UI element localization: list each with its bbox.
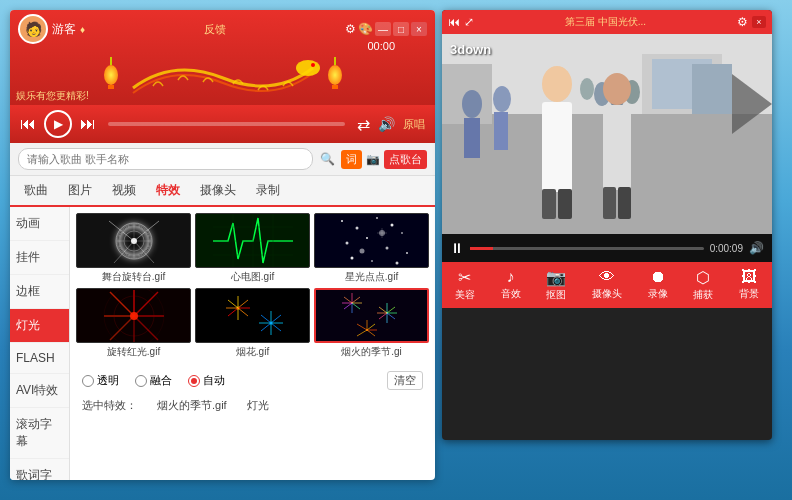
sidebar-lyric[interactable]: 歌词字幕 — [10, 459, 69, 480]
svg-line-38 — [110, 316, 134, 340]
radio-label-auto: 自动 — [203, 373, 225, 388]
svg-line-61 — [261, 315, 271, 323]
vid-tab-bg[interactable]: 🖼 背景 — [735, 266, 763, 304]
vid-tab-camera[interactable]: 👁 摄像头 — [588, 266, 626, 304]
svg-line-40 — [110, 292, 134, 316]
sidebar-avi[interactable]: AVI特效 — [10, 374, 69, 408]
vid-tab-beauty[interactable]: ✂ 美容 — [451, 266, 479, 304]
feedback-btn[interactable]: 反馈 — [204, 22, 226, 37]
svg-line-48 — [238, 308, 248, 316]
selected-info: 选中特效： 烟火的季节.gif 灯光 — [76, 394, 429, 417]
svg-line-52 — [228, 300, 238, 308]
video-scene: 3down — [442, 34, 772, 234]
effect-thumb-ecg — [195, 213, 310, 268]
tab-videos[interactable]: 视频 — [102, 176, 146, 205]
volume-btn[interactable]: 🔊 — [378, 116, 395, 132]
search-btn[interactable]: 🔍 — [317, 149, 337, 169]
radio-auto[interactable]: 自动 — [188, 373, 225, 388]
next-btn[interactable]: ⏭ — [80, 115, 96, 133]
effect-label-season: 烟火的季节.gi — [314, 345, 429, 359]
vid-progress-fill — [470, 247, 493, 250]
stage-svg — [94, 213, 174, 268]
effect-item-stars[interactable]: 星光点点.gif — [314, 213, 429, 284]
time-display: 00:00 — [367, 40, 395, 52]
svg-point-1 — [311, 63, 315, 67]
prev-btn[interactable]: ⏮ — [20, 115, 36, 133]
sidebar-pendant[interactable]: 挂件 — [10, 241, 69, 275]
effect-thumb-season — [314, 288, 429, 343]
effect-item-stage[interactable]: 舞台旋转台.gif — [76, 213, 191, 284]
svg-point-26 — [350, 257, 353, 260]
svg-point-3 — [124, 231, 144, 251]
svg-point-25 — [406, 252, 408, 254]
tab-songs[interactable]: 歌曲 — [14, 176, 58, 205]
video-watermark: 3down — [450, 42, 491, 57]
svg-rect-104 — [603, 187, 616, 219]
minimize-btn[interactable]: — — [375, 22, 391, 36]
video-display: 3down — [442, 34, 772, 234]
effect-item-firework[interactable]: 烟花.gif — [195, 288, 310, 359]
svg-point-28 — [395, 262, 398, 265]
radio-transparent[interactable]: 透明 — [82, 373, 119, 388]
effect-item-ecg[interactable]: 心电图.gif — [195, 213, 310, 284]
vid-tab-capture[interactable]: ⬡ 捕获 — [689, 266, 717, 304]
lyric-btn[interactable]: 词 — [341, 150, 362, 169]
tab-effects[interactable]: 特效 — [146, 176, 190, 205]
close-btn[interactable]: × — [411, 22, 427, 36]
dragon-decoration: 娱乐有您更精彩! 00:00 — [10, 40, 435, 105]
effect-item-season[interactable]: 烟火的季节.gi — [314, 288, 429, 359]
svg-point-109 — [493, 86, 511, 112]
svg-point-22 — [345, 242, 348, 245]
sidebar-flash[interactable]: FLASH — [10, 343, 69, 374]
tab-images[interactable]: 图片 — [58, 176, 102, 205]
clear-btn[interactable]: 清空 — [387, 371, 423, 390]
settings-icon[interactable]: ⚙ — [345, 22, 356, 36]
radio-row: 透明 融合 自动 清空 — [76, 367, 429, 394]
sidebar-animation[interactable]: 动画 — [10, 207, 69, 241]
bg-icon: 🖼 — [741, 268, 757, 286]
camera-label: 摄像头 — [592, 287, 622, 301]
video-header-left: ⏮ ⤢ — [448, 15, 474, 29]
progress-bar[interactable] — [108, 122, 345, 126]
svg-point-2 — [116, 223, 152, 259]
video-header-right: ⚙ × — [737, 15, 766, 29]
karaoke-btn[interactable]: 点歌台 — [384, 150, 427, 169]
svg-point-24 — [385, 247, 388, 250]
play-btn[interactable]: ▶ — [44, 110, 72, 138]
search-input[interactable] — [18, 148, 313, 170]
skin-icon[interactable]: 🎨 — [358, 22, 373, 36]
svg-line-55 — [271, 315, 281, 323]
tab-camera[interactable]: 摄像头 — [190, 176, 246, 205]
content-area: 动画 挂件 边框 灯光 FLASH AVI特效 滚动字幕 歌词字幕 新建列表 — [10, 207, 435, 480]
svg-line-7 — [134, 221, 159, 241]
vid-tab-audio[interactable]: ♪ 音效 — [497, 266, 525, 304]
ecg-svg — [213, 213, 293, 268]
effect-label-ecg: 心电图.gif — [195, 270, 310, 284]
vid-play-btn[interactable]: ⏸ — [450, 240, 464, 256]
cam-small-icon[interactable]: 📷 — [366, 153, 380, 166]
vid-expand-btn[interactable]: ⤢ — [464, 15, 474, 29]
vid-progress-bar[interactable] — [470, 247, 704, 250]
vocal-btn[interactable]: 原唱 — [403, 117, 425, 132]
svg-point-18 — [355, 227, 358, 230]
tab-record[interactable]: 录制 — [246, 176, 290, 205]
vid-settings-btn[interactable]: ⚙ — [737, 15, 748, 29]
vid-prev-btn[interactable]: ⏮ — [448, 15, 460, 29]
vid-tab-cutout[interactable]: 📷 抠图 — [542, 266, 570, 304]
audio-icon: ♪ — [507, 268, 515, 286]
effect-thumb-stage — [76, 213, 191, 268]
svg-point-23 — [366, 237, 368, 239]
sidebar-light[interactable]: 灯光 — [10, 309, 69, 343]
firework-svg — [213, 288, 293, 343]
sidebar-scroll[interactable]: 滚动字幕 — [10, 408, 69, 459]
effect-label-stars: 星光点点.gif — [314, 270, 429, 284]
radio-blend[interactable]: 融合 — [135, 373, 172, 388]
maximize-btn[interactable]: □ — [393, 22, 409, 36]
sidebar-border[interactable]: 边框 — [10, 275, 69, 309]
vip-icon: ♦ — [80, 24, 85, 35]
vid-volume-btn[interactable]: 🔊 — [749, 241, 764, 255]
repeat-icon[interactable]: ⇄ — [357, 115, 370, 134]
vid-tab-record[interactable]: ⏺ 录像 — [644, 266, 672, 304]
effect-item-spin[interactable]: 旋转红光.gif — [76, 288, 191, 359]
vid-close-btn[interactable]: × — [752, 16, 766, 28]
